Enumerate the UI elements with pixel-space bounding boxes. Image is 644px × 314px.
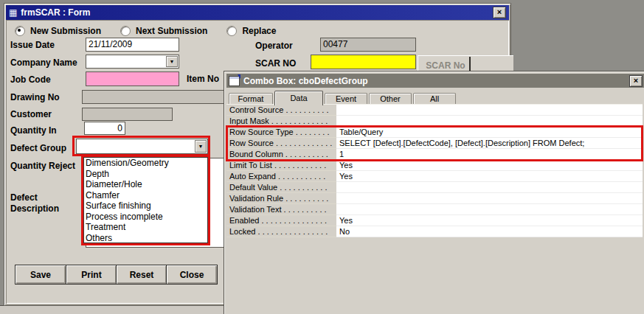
submission-radio-group: New Submission Next Submission Replace: [15, 26, 276, 36]
property-grid: Control Source . . . . . . . . . . Input…: [226, 105, 643, 237]
quantity-in-label: Quantity In: [10, 125, 57, 136]
property-value[interactable]: [336, 182, 643, 193]
property-value[interactable]: [336, 105, 643, 116]
combobox-properties-dialog: Combo Box: cboDefectGroup × Format Data …: [224, 71, 644, 314]
radio-replace[interactable]: Replace: [226, 26, 276, 36]
scar-no-field[interactable]: [311, 55, 416, 69]
customer-label: Customer: [10, 109, 52, 119]
property-label: Validation Rule . . . . . . . . . .: [226, 193, 336, 204]
property-value[interactable]: No: [336, 226, 643, 237]
issue-date-label: Issue Date: [10, 40, 55, 50]
window-title: frmSCAR : Form: [21, 7, 90, 18]
tab-format[interactable]: Format: [229, 93, 273, 105]
operator-label: Operator: [255, 41, 293, 51]
close-icon[interactable]: ×: [493, 7, 506, 18]
tab-all[interactable]: All: [413, 93, 456, 105]
company-name-combobox[interactable]: ▼: [86, 55, 179, 69]
property-row-validation-rule: Validation Rule . . . . . . . . . .: [226, 193, 643, 204]
quantity-in-field[interactable]: 0: [84, 122, 125, 135]
tab-other[interactable]: Other: [369, 93, 412, 105]
company-name-label: Company Name: [10, 57, 77, 68]
screen: ▦ frmSCAR : Form × New Submission Next S…: [0, 0, 644, 314]
job-code-field[interactable]: [86, 71, 179, 86]
save-button[interactable]: Save: [15, 265, 66, 285]
annotation-redbox-dropdown: [81, 155, 210, 245]
drawing-no-field[interactable]: [82, 90, 224, 104]
property-label: Limit To List . . . . . . . . . . . .: [226, 160, 336, 171]
property-label: Auto Expand . . . . . . . . . . .: [226, 171, 336, 182]
issue-date-field[interactable]: 21/11/2009: [86, 38, 179, 52]
radio-label: Next Submission: [136, 26, 207, 36]
print-button[interactable]: Print: [66, 265, 117, 285]
dialog-titlebar[interactable]: Combo Box: cboDefectGroup ×: [226, 74, 644, 88]
defect-group-label: Defect Group: [10, 143, 66, 153]
property-row-limit-to-list: Limit To List . . . . . . . . . . . . Ye…: [226, 160, 643, 171]
property-value[interactable]: Yes: [336, 215, 643, 226]
operator-field[interactable]: 00477: [320, 38, 416, 52]
tab-data[interactable]: Data: [274, 91, 323, 105]
property-sheet-icon: [229, 76, 240, 86]
property-row-auto-expand: Auto Expand . . . . . . . . . . . Yes: [226, 171, 643, 182]
property-label: Control Source . . . . . . . . . .: [226, 105, 336, 116]
dialog-title: Combo Box: cboDefectGroup: [243, 76, 368, 86]
scar-no-label: SCAR NO: [255, 58, 296, 69]
reset-button[interactable]: Reset: [116, 265, 167, 285]
property-row-validation-text: Validation Text . . . . . . . . . .: [226, 204, 643, 215]
customer-field[interactable]: [82, 108, 173, 121]
property-row-enabled: Enabled . . . . . . . . . . . . . . . Ye…: [226, 215, 643, 226]
radio-icon: [226, 26, 237, 36]
property-value[interactable]: Yes: [336, 171, 643, 182]
form-icon: ▦: [9, 8, 17, 17]
annotation-redbox-combobox: [72, 136, 210, 156]
close-button[interactable]: Close: [166, 265, 218, 285]
annotation-redbox-rowsource: [226, 125, 643, 161]
property-row-default-value: Default Value . . . . . . . . . . .: [226, 182, 643, 193]
property-tabs: Format Data Event Other All: [229, 89, 457, 105]
property-value[interactable]: [336, 204, 643, 215]
property-label: Locked . . . . . . . . . . . . . . . .: [226, 226, 336, 237]
radio-icon: [15, 26, 25, 36]
chevron-down-icon[interactable]: ▼: [166, 56, 178, 67]
radio-next-submission[interactable]: Next Submission: [120, 26, 207, 36]
job-code-label: Job Code: [10, 74, 51, 85]
quantity-reject-label: Quantity Reject: [10, 161, 75, 171]
property-value[interactable]: [336, 193, 643, 204]
tab-event[interactable]: Event: [325, 93, 367, 105]
radio-label: New Submission: [30, 26, 101, 36]
property-label: Validation Text . . . . . . . . . .: [226, 204, 336, 215]
item-no-label: Item No: [187, 74, 219, 84]
radio-new-submission[interactable]: New Submission: [15, 26, 101, 36]
property-value[interactable]: Yes: [336, 160, 643, 171]
radio-label: Replace: [242, 26, 276, 36]
defect-description-label-2: Description: [10, 203, 59, 214]
property-label: Enabled . . . . . . . . . . . . . . .: [226, 215, 336, 226]
frmscar-titlebar[interactable]: ▦ frmSCAR : Form ×: [6, 5, 509, 20]
close-icon[interactable]: ×: [629, 75, 643, 87]
property-row-locked: Locked . . . . . . . . . . . . . . . . N…: [226, 226, 643, 237]
defect-description-label: Defect: [10, 192, 38, 203]
property-row-control-source: Control Source . . . . . . . . . .: [226, 105, 643, 116]
property-label: Default Value . . . . . . . . . . .: [226, 182, 336, 193]
radio-icon: [120, 26, 131, 36]
drawing-no-label: Drawing No: [10, 92, 60, 102]
